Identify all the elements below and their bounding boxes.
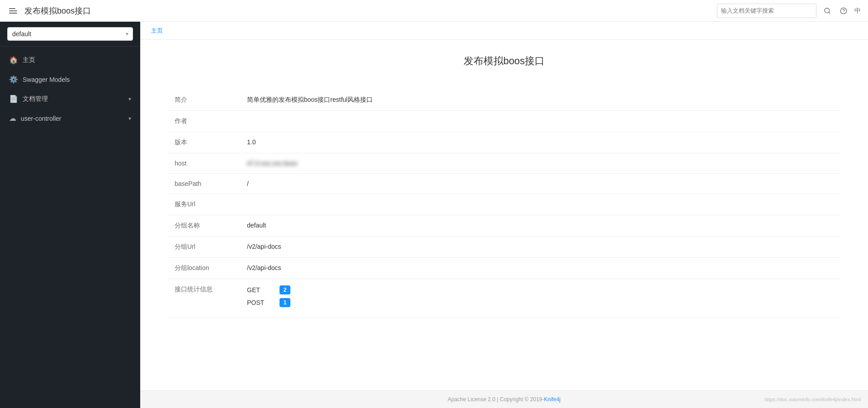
stat-post-label: POST <box>247 299 274 306</box>
table-row-stats: 接口统计信息 GET 2 POST 1 <box>167 279 841 318</box>
help-icon[interactable] <box>838 5 849 16</box>
info-value-host: 47.0.xxx.xxx.boos <box>240 153 841 174</box>
info-value-basepath: / <box>240 174 841 194</box>
info-key-author: 作者 <box>167 111 240 132</box>
stat-get-label: GET <box>247 286 274 294</box>
sidebar-item-user-controller[interactable]: ☁ user-controller ▾ <box>0 109 140 128</box>
svg-point-0 <box>825 8 830 13</box>
doc-icon: 📄 <box>9 95 18 103</box>
group-select[interactable]: default <box>7 27 133 41</box>
table-row-group-location: 分组location /v2/api-docs <box>167 258 841 279</box>
content-area: 主页 发布模拟boos接口 简介 简单优雅的发布模拟boos接口restful风… <box>140 22 868 408</box>
info-key-group-location: 分组location <box>167 258 240 279</box>
sidebar-item-doc-management[interactable]: 📄 文档管理 ▾ <box>0 89 140 109</box>
info-section: 发布模拟boos接口 简介 简单优雅的发布模拟boos接口restful风格接口… <box>140 40 868 332</box>
info-key-basepath: basePath <box>167 174 240 194</box>
search-icon[interactable] <box>822 5 833 16</box>
table-row-basepath: basePath / <box>167 174 841 194</box>
sidebar: default ▾ 🏠 主页 ⚙️ Swagger Models 📄 文档管理 <box>0 22 140 408</box>
page-main-title: 发布模拟boos接口 <box>167 54 841 75</box>
info-value-group-location: /v2/api-docs <box>240 258 841 279</box>
info-key-version: 版本 <box>167 132 240 153</box>
footer-license-text: Apache License 2.0 | Copyright © 2019- <box>448 396 544 403</box>
sidebar-nav: 🏠 主页 ⚙️ Swagger Models 📄 文档管理 ▾ ☁ user-c… <box>0 47 140 132</box>
sidebar-item-home-label: 主页 <box>23 56 35 64</box>
info-value-group-name: default <box>240 215 841 237</box>
language-button[interactable]: 中 <box>854 7 861 15</box>
footer: Apache License 2.0 | Copyright © 2019-Kn… <box>140 390 868 408</box>
info-key-group-name: 分组名称 <box>167 215 240 237</box>
host-value-blurred: 47.0.xxx.xxx.boos <box>247 160 297 167</box>
table-row-intro: 简介 简单优雅的发布模拟boos接口restful风格接口 <box>167 90 841 111</box>
breadcrumb-bar: 主页 <box>140 22 868 40</box>
info-value-author <box>240 111 841 132</box>
sidebar-select-wrapper: default ▾ <box>0 22 140 47</box>
stat-get-badge: 2 <box>280 285 290 294</box>
header-right: 中 <box>717 4 861 18</box>
swagger-icon: ⚙️ <box>9 75 18 84</box>
page-content: 发布模拟boos接口 简介 简单优雅的发布模拟boos接口restful风格接口… <box>140 40 868 390</box>
info-value-intro: 简单优雅的发布模拟boos接口restful风格接口 <box>240 90 841 111</box>
info-key-service-url: 服务Url <box>167 194 240 215</box>
info-table: 简介 简单优雅的发布模拟boos接口restful风格接口 作者 版本 1.0 <box>167 90 841 318</box>
info-key-group-url: 分组Url <box>167 237 240 258</box>
info-key-host: host <box>167 153 240 174</box>
info-key-intro: 简介 <box>167 90 240 111</box>
table-row-host: host 47.0.xxx.xxx.boos <box>167 153 841 174</box>
info-value-version: 1.0 <box>240 132 841 153</box>
sidebar-item-swagger-label: Swagger Models <box>23 76 70 83</box>
table-row-service-url: 服务Url <box>167 194 841 215</box>
header-title: 发布模拟boos接口 <box>24 5 91 16</box>
menu-icon[interactable] <box>7 6 19 15</box>
sidebar-item-swagger-models[interactable]: ⚙️ Swagger Models <box>0 70 140 89</box>
table-row-group-name: 分组名称 default <box>167 215 841 237</box>
search-input[interactable] <box>721 7 812 14</box>
stat-row-post: POST 1 <box>247 298 834 307</box>
user-chevron-icon: ▾ <box>128 115 131 122</box>
stat-post-badge: 1 <box>280 298 290 307</box>
sidebar-item-home[interactable]: 🏠 主页 <box>0 50 140 70</box>
search-box[interactable] <box>717 4 816 18</box>
footer-url: https://doc.xiaominfo.com/knife4j/index.… <box>764 397 861 402</box>
footer-brand-link[interactable]: Knife4j <box>544 396 561 403</box>
home-icon: 🏠 <box>9 56 18 64</box>
cloud-icon: ☁ <box>9 114 16 123</box>
doc-chevron-icon: ▾ <box>128 96 131 102</box>
group-select-box[interactable]: default ▾ <box>7 27 133 41</box>
sidebar-item-user-label: user-controller <box>21 115 61 122</box>
table-row-group-url: 分组Url /v2/api-docs <box>167 237 841 258</box>
breadcrumb-home[interactable]: 主页 <box>151 27 163 35</box>
info-value-stats: GET 2 POST 1 <box>240 279 841 318</box>
info-key-stats: 接口统计信息 <box>167 279 240 318</box>
info-value-group-url: /v2/api-docs <box>240 237 841 258</box>
table-row-author: 作者 <box>167 111 841 132</box>
stat-row-get: GET 2 <box>247 285 834 294</box>
sidebar-item-doc-label: 文档管理 <box>23 95 48 103</box>
table-row-version: 版本 1.0 <box>167 132 841 153</box>
svg-line-1 <box>829 12 830 14</box>
info-value-service-url <box>240 194 841 215</box>
header: 发布模拟boos接口 中 <box>0 0 868 22</box>
